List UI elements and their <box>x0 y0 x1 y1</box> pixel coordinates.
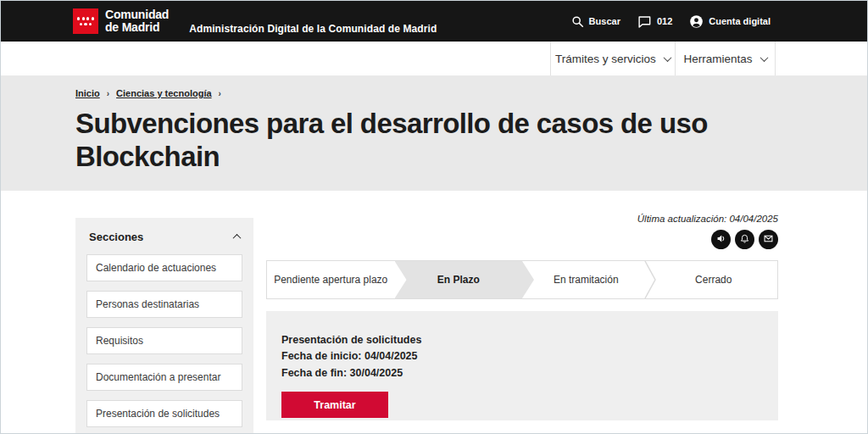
step-pendiente-apertura-plazo[interactable]: Pendiente apertura plazo <box>267 261 395 298</box>
breadcrumb-link-inicio[interactable]: Inicio <box>75 88 100 98</box>
last-updated-text: Última actualización: 04/04/2025 <box>266 214 778 224</box>
bell-icon <box>739 232 750 248</box>
sections-sidebar: Secciones Calendario de actuaciones Pers… <box>75 218 253 434</box>
phone-012-label: 012 <box>657 16 672 26</box>
digital-account-button[interactable]: Cuenta digital <box>689 14 771 29</box>
info-box-title: Presentación de solicitudes <box>281 332 763 348</box>
header-actions: Buscar 012 Cuenta digital <box>571 1 771 42</box>
sidebar-item-documentacion-a-presentar[interactable]: Documentación a presentar <box>86 364 242 391</box>
sidebar-item-personas-destinatarias[interactable]: Personas destinatarias <box>86 291 242 318</box>
listen-audio-button[interactable] <box>711 230 731 249</box>
breadcrumb-separator: › <box>107 89 109 98</box>
content-area: Secciones Calendario de actuaciones Pers… <box>1 191 867 434</box>
mail-icon <box>763 232 774 248</box>
top-header: Comunidad de Madrid Administración Digit… <box>1 1 867 42</box>
search-button[interactable]: Buscar <box>571 15 620 28</box>
nav-item-herramientas[interactable]: Herramientas <box>675 42 776 75</box>
chevron-down-icon <box>760 53 768 62</box>
step-cerrado[interactable]: Cerrado <box>650 261 778 298</box>
site-tagline: Administración Digital de la Comunidad d… <box>189 23 437 35</box>
brand-name-line2: de Madrid <box>105 21 169 34</box>
sidebar-collapse-toggle[interactable]: Secciones <box>86 218 242 254</box>
tramitar-button[interactable]: Tramitar <box>281 392 388 418</box>
application-info-box: Presentación de solicitudes Fecha de ini… <box>266 311 778 420</box>
phone-012-button[interactable]: 012 <box>637 15 672 28</box>
page: Comunidad de Madrid Administración Digit… <box>0 0 868 434</box>
notifications-button[interactable] <box>735 230 754 249</box>
email-share-button[interactable] <box>759 230 778 249</box>
brand-name: Comunidad de Madrid <box>105 8 169 34</box>
breadcrumb-link-ciencias-y-tecnologia[interactable]: Ciencias y tecnología <box>116 88 211 98</box>
chevron-down-icon <box>663 53 671 62</box>
page-title: Subvenciones para el desarrollo de casos… <box>75 108 754 173</box>
brand-name-line1: Comunidad <box>105 8 169 21</box>
digital-account-label: Cuenta digital <box>709 16 771 26</box>
search-label: Buscar <box>589 16 620 26</box>
audio-icon <box>715 232 726 248</box>
comunidad-madrid-logo[interactable]: Comunidad de Madrid <box>73 8 169 34</box>
sidebar-item-requisitos[interactable]: Requisitos <box>86 327 242 354</box>
step-en-plazo[interactable]: En Plazo <box>395 261 523 298</box>
page-action-icons <box>266 230 778 249</box>
nav-item-label: Trámites y servicios <box>555 53 656 65</box>
info-end-date: Fecha de fin: 30/04/2025 <box>281 365 763 381</box>
chat-bubble-icon <box>637 15 652 28</box>
chevron-up-icon <box>233 234 242 242</box>
nav-item-tramites-y-servicios[interactable]: Trámites y servicios <box>550 42 675 75</box>
hero-band: Inicio › Ciencias y tecnología › Subvenc… <box>1 75 867 191</box>
sidebar-title: Secciones <box>89 231 143 243</box>
search-icon <box>571 15 584 28</box>
breadcrumb-separator: › <box>219 89 221 98</box>
main-navigation: Trámites y servicios Herramientas <box>1 42 867 75</box>
step-en-tramitacion[interactable]: En tramitación <box>522 261 650 298</box>
sidebar-item-presentacion-de-solicitudes[interactable]: Presentación de solicitudes <box>86 400 242 427</box>
user-account-icon <box>689 14 704 29</box>
status-step-bar: Pendiente apertura plazo En Plazo En tra… <box>266 260 778 299</box>
info-start-date: Fecha de inicio: 04/04/2025 <box>281 348 763 364</box>
sidebar-item-calendario-de-actuaciones[interactable]: Calendario de actuaciones <box>86 254 242 281</box>
comunidad-madrid-flag-icon <box>73 8 98 34</box>
main-column: Última actualización: 04/04/2025 <box>266 191 778 434</box>
breadcrumb: Inicio › Ciencias y tecnología › <box>75 88 782 98</box>
nav-item-label: Herramientas <box>683 53 752 65</box>
